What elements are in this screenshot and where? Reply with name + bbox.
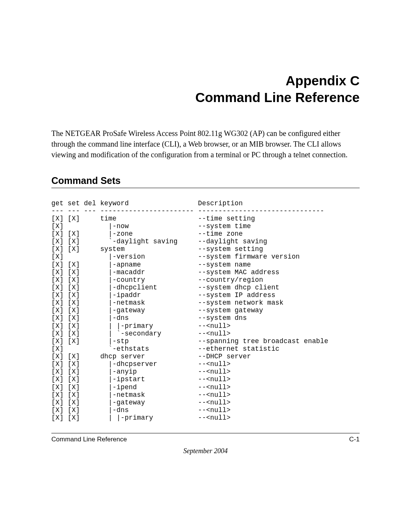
footer-date: September 2004 — [51, 447, 360, 455]
footer-row: Command Line Reference C-1 — [51, 436, 360, 443]
title-line-1: Appendix C — [286, 73, 360, 88]
title-line-2: Command Line Reference — [195, 90, 360, 105]
footer-right: C-1 — [349, 436, 360, 443]
footer-left: Command Line Reference — [51, 436, 127, 443]
command-table: get set del keyword Description --- --- … — [51, 200, 360, 422]
section-heading: Command Sets — [51, 175, 360, 186]
section-divider — [51, 188, 360, 188]
appendix-title: Appendix C Command Line Reference — [51, 72, 360, 106]
intro-paragraph: The NETGEAR ProSafe Wireless Access Poin… — [51, 128, 360, 160]
footer-divider — [51, 433, 360, 433]
